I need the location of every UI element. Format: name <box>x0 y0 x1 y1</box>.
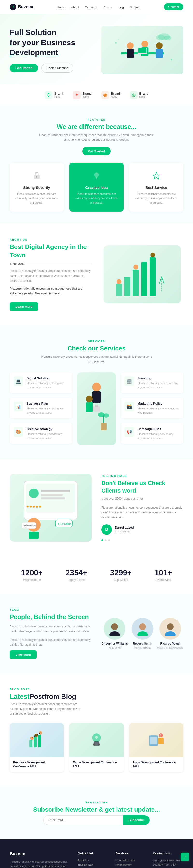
service-digital-solution: 💻 Digital Solution Pleasure rationally e… <box>10 372 72 393</box>
nav-about[interactable]: About <box>71 5 79 9</box>
svg-rect-45 <box>41 490 70 492</box>
dot-1[interactable] <box>101 539 103 541</box>
logo-symbol: ✦ <box>11 5 14 9</box>
testimonials-subtitle: More over 2500 happy customer <box>101 497 183 500</box>
svg-rect-25 <box>133 270 139 296</box>
footer-contact-address: 153 Sylvan Street, Suit. 101 New York, U… <box>153 859 183 867</box>
newsletter-subscribe-button[interactable]: Subscribe <box>123 815 150 825</box>
svg-point-10 <box>156 35 165 40</box>
campaign-info: Campaign & PR Pleasure rationally servic… <box>138 427 180 440</box>
brand-4-icon: ◎ <box>130 91 138 99</box>
feature-card-service: Best Service Pleasure rationally encount… <box>129 163 183 212</box>
stats-section: 1200+ Projects done 2354+ Happy Clients … <box>0 556 193 594</box>
svg-rect-41 <box>101 423 107 431</box>
nav-services[interactable]: Services <box>85 5 97 9</box>
blog-desc: Pleasure rationally encounter consequenc… <box>10 702 82 716</box>
nav-contact-button[interactable]: Contact <box>164 3 183 10</box>
team-view-more-button[interactable]: View More <box>10 650 37 659</box>
feature-card-creative: Creative Idea Pleasure rationally encoun… <box>70 163 123 212</box>
svg-rect-33 <box>92 391 101 403</box>
testimonials-title: Don't Believe us Check Clients word <box>101 479 183 494</box>
service-business-plan: 📊 Business Plan Pleasure rationally ente… <box>10 398 72 418</box>
blog-post-3[interactable]: ! Apps Development Conference 2021 <box>129 723 183 772</box>
book-meeting-button[interactable]: Book A Meeting <box>41 64 73 72</box>
svg-point-13 <box>118 39 119 40</box>
nav-blog[interactable]: Blog <box>117 5 124 9</box>
dot-3[interactable] <box>108 539 110 541</box>
services-illustration <box>77 372 116 445</box>
svg-point-5 <box>156 42 163 49</box>
blog-post-2-title: Game Development Conference 2021 <box>73 761 120 769</box>
stat-projects: 1200+ Projects done <box>21 568 43 582</box>
blog-post-1-body: Business Development Conference 2021 <box>10 757 64 772</box>
features-title: We are different because... <box>10 123 183 130</box>
stat-awards: 101+ Award Wins <box>155 568 172 582</box>
svg-point-3 <box>141 41 148 48</box>
stat-projects-label: Projects done <box>21 578 43 582</box>
nav-contact[interactable]: Contact <box>129 5 141 9</box>
logo[interactable]: ✦ Buznex <box>10 4 33 10</box>
footer-link-training[interactable]: Training Blog <box>78 863 108 866</box>
services-label: SERVICES <box>10 340 183 343</box>
brand-1-text: Brand name <box>54 92 64 98</box>
svg-point-34 <box>86 396 93 402</box>
brand-4-text: Brand name <box>140 92 149 98</box>
footer-services-title: Services <box>115 851 146 855</box>
dot-2[interactable] <box>105 539 107 541</box>
hero-section: Full Solution for your Business Developm… <box>0 14 193 84</box>
svg-point-32 <box>92 383 101 391</box>
blog-post-1[interactable]: Business Development Conference 2021 <box>10 723 64 772</box>
features-get-started-button[interactable]: Get Started <box>82 147 111 155</box>
svg-point-75 <box>159 733 163 737</box>
blog-label: BLOG POST <box>10 688 183 691</box>
services-grid: 💻 Digital Solution Pleasure rationally e… <box>10 372 183 445</box>
get-started-button[interactable]: Get Started <box>10 64 38 72</box>
team-members: Crisopher Williams Head of HR Rebeca Smi… <box>101 618 183 649</box>
svg-rect-26 <box>141 262 147 296</box>
footer-contact: Contact Info 153 Sylvan Street, Suit. 10… <box>153 851 183 868</box>
testimonials-section: ★★★★★ ★ 4.9 Rating 2500+ Users TESTIMONI… <box>0 460 193 556</box>
testimonials-illustration: ★★★★★ ★ 4.9 Rating 2500+ Users <box>10 474 92 542</box>
footer-link-about[interactable]: About Us <box>78 859 108 862</box>
svg-rect-36 <box>93 406 100 412</box>
testimonials-content: TESTIMONIALS Don't Believe us Check Clie… <box>101 474 183 541</box>
brand-1-icon: ⬡ <box>45 91 52 99</box>
blog-post-2[interactable]: Game Development Conference 2021 <box>70 723 123 772</box>
hero-title: Full Solution for your Business Developm… <box>10 28 75 58</box>
service-desc: Pleasure rationally encounter are extrem… <box>134 192 179 205</box>
footer-service-1[interactable]: Frontend Design <box>115 859 146 862</box>
brand-4: ◎ Brand name <box>130 91 149 99</box>
newsletter-email-input[interactable] <box>43 815 123 825</box>
testimonials-label: TESTIMONIALS <box>101 474 183 477</box>
creative-title: Creative Idea <box>74 185 119 189</box>
svg-rect-23 <box>116 284 122 296</box>
about-content: ABOUT US Best Digital Agency in the Town… <box>10 238 92 311</box>
footer-contact-title: Contact Info <box>153 851 183 855</box>
creative-strategy-info: Creative Strategy Pleasure rationally se… <box>27 427 69 440</box>
blog-post-1-title: Business Development Conference 2021 <box>13 761 60 769</box>
scroll-top-button[interactable]: ↑ <box>181 852 189 861</box>
svg-rect-50 <box>29 531 39 539</box>
nav-home[interactable]: Home <box>57 5 65 9</box>
marketing-policy-info: Marketing Policy Pleasure rationally are… <box>138 402 180 414</box>
nav-pages[interactable]: Pages <box>103 5 112 9</box>
svg-rect-37 <box>94 405 99 407</box>
svg-point-30 <box>150 253 155 257</box>
services-right-column: 🏢 Branding Pleasure rationally service a… <box>121 372 183 444</box>
svg-rect-27 <box>150 257 156 296</box>
team-title: People, Behind the Screen <box>10 613 92 621</box>
footer-service-2[interactable]: Brand Identity <box>115 863 146 866</box>
testimonials-text: Pleasure rationally encounter consequenc… <box>101 505 183 520</box>
team-avatar-2 <box>132 618 153 640</box>
about-learn-more-button[interactable]: Learn More <box>10 302 38 311</box>
feature-card-security: Strong Security Pleasure rationally enco… <box>10 163 64 212</box>
hero-content: Full Solution for your Business Developm… <box>10 28 75 72</box>
service-title: Best Service <box>134 185 179 189</box>
newsletter-title: Subscribe Newsletter & get latest update… <box>10 806 183 813</box>
team-member-3-role: Head of IT Development <box>157 646 183 649</box>
service-creative-strategy: 🎨 Creative Strategy Pleasure rationally … <box>10 423 72 444</box>
about-svg <box>109 248 176 301</box>
business-plan-info: Business Plan Pleasure rationally enteri… <box>27 402 69 414</box>
branding-icon: 🏢 <box>124 376 134 386</box>
about-desc-2: Pleasure rationally encounter consequenc… <box>10 286 92 296</box>
